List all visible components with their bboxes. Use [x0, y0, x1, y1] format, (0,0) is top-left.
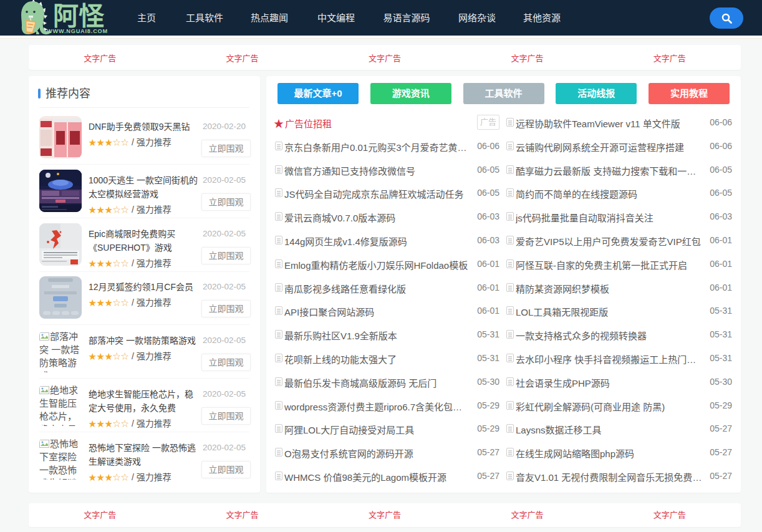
svg-text:阿怪: 阿怪 [53, 2, 105, 31]
svg-text:WWW.NGUAI8.COM: WWW.NGUAI8.COM [47, 28, 108, 34]
